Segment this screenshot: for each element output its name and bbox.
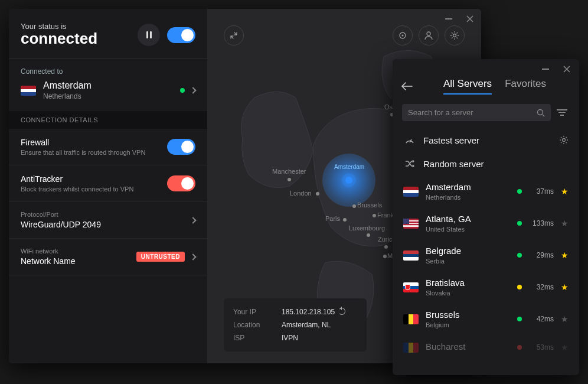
chevron-right-icon <box>190 87 196 93</box>
firewall-subtitle: Ensure that all traffic is routed throug… <box>21 149 167 156</box>
pause-icon <box>146 31 152 38</box>
status-dot-icon <box>517 253 522 258</box>
search-icon <box>537 109 545 117</box>
map-city-brussels: Brussels <box>357 201 382 209</box>
server-country: Serbia <box>426 258 510 265</box>
back-button[interactable] <box>401 82 413 90</box>
flag-icon-be <box>403 314 419 324</box>
server-country: Netherlands <box>426 194 510 201</box>
map-city-paris: Paris <box>325 215 340 222</box>
chevron-right-icon <box>190 253 196 260</box>
wifi-row[interactable]: WiFi network Network Name UNTRUSTED <box>9 239 207 275</box>
arrow-left-icon <box>401 82 413 90</box>
flag-icon-nl <box>403 187 419 197</box>
server-city: Bratislava <box>426 278 510 288</box>
server-country: United States <box>426 226 510 233</box>
fastest-server-row[interactable]: Fastest server <box>393 128 579 152</box>
server-ping: 42ms <box>529 315 554 323</box>
firewall-toggle[interactable] <box>167 139 195 155</box>
server-country: Slovakia <box>426 289 510 297</box>
antitracker-row[interactable]: AntiTracker Block trackers whilst connec… <box>9 165 207 202</box>
server-row[interactable]: Atlanta, GAUnited States133ms★ <box>393 207 579 239</box>
search-input[interactable] <box>408 108 537 117</box>
close-icon <box>563 66 570 73</box>
status-dot-icon <box>517 317 522 321</box>
chevron-right-icon <box>190 217 196 223</box>
server-city: Brussels <box>426 310 510 320</box>
ip-label: Your IP <box>233 308 282 316</box>
status-dot-icon <box>517 221 522 226</box>
server-row[interactable]: Bucharest53ms★ <box>393 335 579 360</box>
minimize-icon <box>542 69 549 70</box>
server-row[interactable]: BratislavaSlovakia32ms★ <box>393 271 579 303</box>
antitracker-title: AntiTracker <box>21 174 167 184</box>
map-city-london: London <box>290 190 312 197</box>
wifi-value: Network Name <box>21 256 136 266</box>
tab-favorites[interactable]: Favorites <box>505 78 546 95</box>
favorite-star-button[interactable]: ★ <box>561 314 569 324</box>
status-text: Your status is connected <box>21 22 97 48</box>
server-ping: 29ms <box>529 251 554 259</box>
favorite-star-button[interactable]: ★ <box>561 250 569 260</box>
server-list[interactable]: Fastest server Random server AmsterdamNe… <box>393 125 579 375</box>
server-city: Atlanta, GA <box>426 214 510 224</box>
filter-icon <box>557 109 567 110</box>
map-connected-label: Amsterdam <box>334 164 364 170</box>
search-box[interactable] <box>402 104 551 121</box>
refresh-ip-button[interactable] <box>338 308 345 315</box>
protocol-label: Protocol/Port <box>21 211 191 218</box>
shuffle-icon <box>403 158 416 169</box>
server-row[interactable]: BrusselsBelgium42ms★ <box>393 303 579 335</box>
firewall-title: Firewall <box>21 138 167 147</box>
server-city: Amsterdam <box>426 182 510 193</box>
server-city: Belgrade <box>426 246 510 256</box>
flag-icon-sk <box>403 282 419 292</box>
svg-rect-5 <box>542 69 549 70</box>
favorite-star-button[interactable]: ★ <box>561 343 569 352</box>
antitracker-subtitle: Block trackers whilst connected to VPN <box>21 186 167 193</box>
status-dot-icon <box>180 88 185 93</box>
flag-icon-nl <box>21 86 36 96</box>
tab-all-servers[interactable]: All Servers <box>443 78 492 95</box>
svg-point-7 <box>563 139 566 142</box>
server-ping: 133ms <box>529 219 554 227</box>
server-row[interactable]: BelgradeSerbia29ms★ <box>393 239 579 271</box>
map-city-luxembourg: Luxembourg <box>349 224 385 232</box>
server-ping: 37ms <box>529 187 554 196</box>
server-ping: 32ms <box>529 283 554 291</box>
ip-info-box: Your IP 185.102.218.105 Location Amsterd… <box>224 298 367 352</box>
pause-button[interactable] <box>138 24 160 46</box>
random-label: Random server <box>423 159 484 169</box>
favorite-star-button[interactable]: ★ <box>561 187 569 196</box>
random-server-row[interactable]: Random server <box>393 152 579 175</box>
connection-marker <box>322 154 375 207</box>
gauge-icon <box>403 135 416 145</box>
connected-server-row[interactable]: Connected to Amsterdam Netherlands <box>9 58 207 111</box>
server-ping: 53ms <box>529 343 554 352</box>
connection-details-header: CONNECTION DETAILS <box>9 111 207 129</box>
fastest-settings-button[interactable] <box>559 135 569 145</box>
firewall-row[interactable]: Firewall Ensure that all traffic is rout… <box>9 129 207 165</box>
favorite-star-button[interactable]: ★ <box>561 219 569 228</box>
isp-value: IVPN <box>282 334 298 342</box>
protocol-value: WireGuard/UDP 2049 <box>21 220 191 229</box>
status-dot-icon <box>517 345 522 350</box>
favorite-star-button[interactable]: ★ <box>561 282 569 292</box>
panel-close-button[interactable] <box>561 64 572 74</box>
ip-value: 185.102.218.105 <box>282 308 335 316</box>
panel-minimize-button[interactable] <box>540 64 551 74</box>
filter-button[interactable] <box>557 109 570 116</box>
connected-city: Amsterdam <box>43 80 173 91</box>
connection-toggle[interactable] <box>167 27 195 43</box>
antitracker-toggle[interactable] <box>167 175 195 191</box>
status-dot-icon <box>517 285 522 289</box>
flag-icon-ro <box>403 343 419 353</box>
isp-label: ISP <box>233 334 282 342</box>
server-panel: All Servers Favorites Fastest server <box>393 59 579 375</box>
server-row[interactable]: AmsterdamNetherlands37ms★ <box>393 175 579 207</box>
untrusted-badge: UNTRUSTED <box>136 252 185 262</box>
server-city: Bucharest <box>426 341 510 352</box>
protocol-row[interactable]: Protocol/Port WireGuard/UDP 2049 <box>9 202 207 239</box>
connected-to-label: Connected to <box>21 67 195 76</box>
svg-point-6 <box>538 109 543 115</box>
